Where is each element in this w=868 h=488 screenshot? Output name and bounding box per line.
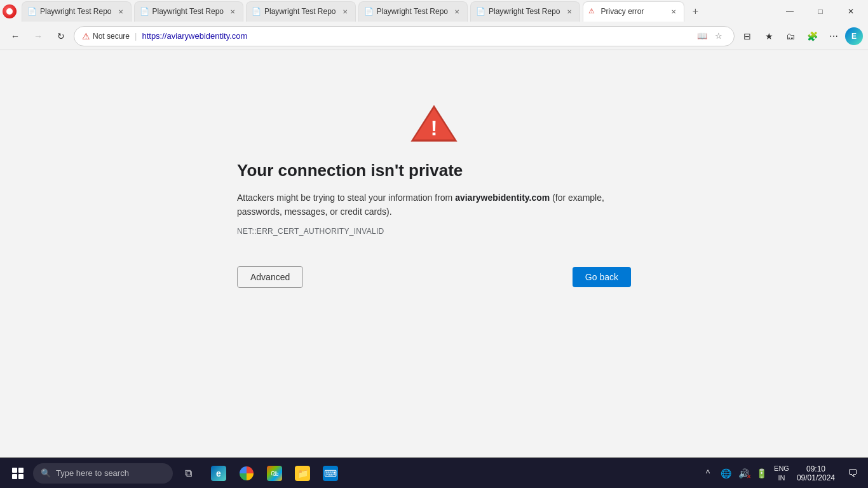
battery-icon[interactable]: 🔋: [754, 466, 769, 481]
tab-2[interactable]: 📄 Playwright Test Repo ✕: [134, 1, 244, 22]
svg-text:!: !: [430, 116, 437, 140]
error-title: Your connection isn't private: [237, 161, 463, 180]
button-row: Advanced Go back: [237, 266, 631, 288]
forward-button[interactable]: →: [28, 26, 48, 46]
warning-triangle: !: [409, 101, 459, 146]
tab-1[interactable]: 📄 Playwright Test Repo ✕: [22, 1, 132, 22]
tab-3-favicon: 📄: [252, 7, 261, 16]
clock-date: 09/01/2024: [797, 473, 835, 482]
tab-2-label: Playwright Test Repo: [153, 7, 224, 16]
language-region: IN: [778, 473, 785, 482]
tab-2-favicon: 📄: [140, 7, 149, 16]
tab-5-favicon: 📄: [476, 7, 485, 16]
start-button[interactable]: [5, 461, 31, 486]
tab-6-close[interactable]: ✕: [668, 6, 679, 17]
error-description: Attackers might be trying to steal your …: [237, 191, 631, 219]
network-icon[interactable]: 🌐: [718, 466, 733, 481]
not-secure-indicator: ⚠ Not secure: [82, 31, 130, 41]
taskbar-explorer[interactable]: 📁: [290, 461, 315, 486]
tab-3[interactable]: 📄 Playwright Test Repo ✕: [246, 1, 356, 22]
taskbar-right: ^ 🌐 🔊 ✕ 🔋 ENG IN 09:10 09/01/2024 🗨: [700, 463, 863, 484]
refresh-button[interactable]: ↻: [51, 26, 71, 46]
minimize-button[interactable]: —: [775, 1, 804, 22]
tab-5[interactable]: 📄 Playwright Test Repo ✕: [470, 1, 580, 22]
collections-icon[interactable]: 🗂: [780, 26, 801, 46]
tab-2-close[interactable]: ✕: [227, 6, 238, 17]
task-view-icon: ⧉: [185, 468, 192, 479]
tab-1-favicon: 📄: [27, 7, 36, 16]
chrome-like-icon: [240, 466, 254, 480]
favorites-icon[interactable]: ☆: [711, 29, 726, 44]
tab-6-active[interactable]: ⚠ Privacy error ✕: [583, 1, 684, 22]
tab-4-close[interactable]: ✕: [452, 6, 462, 17]
favorites-nav-icon[interactable]: ★: [759, 26, 779, 46]
tab-1-close[interactable]: ✕: [116, 6, 126, 17]
reader-mode-icon[interactable]: 📖: [695, 29, 710, 44]
tab-5-label: Playwright Test Repo: [489, 7, 560, 16]
back-button[interactable]: ←: [5, 26, 25, 46]
clock[interactable]: 09:10 09/01/2024: [794, 464, 837, 482]
not-secure-label: Not secure: [93, 32, 130, 41]
browser-frame: 📄 Playwright Test Repo ✕ 📄 Playwright Te…: [0, 0, 868, 488]
go-back-button[interactable]: Go back: [573, 267, 631, 287]
error-code: NET::ERR_CERT_AUTHORITY_INVALID: [237, 227, 384, 236]
title-bar-left: 📄 Playwright Test Repo ✕ 📄 Playwright Te…: [3, 1, 775, 22]
title-bar: 📄 Playwright Test Repo ✕ 📄 Playwright Te…: [0, 0, 868, 22]
error-domain: aviarywebidentity.com: [455, 193, 550, 203]
new-tab-button[interactable]: +: [687, 3, 705, 20]
close-button[interactable]: ✕: [836, 1, 865, 22]
notification-button[interactable]: 🗨: [843, 463, 863, 484]
address-separator: |: [135, 31, 137, 41]
taskbar: 🔍 Type here to search ⧉ e 🛍 📁 ⌨ ^ 🌐: [0, 458, 868, 488]
taskbar-search-placeholder: Type here to search: [56, 468, 129, 478]
taskbar-edge[interactable]: e: [206, 461, 231, 486]
extensions-icon[interactable]: 🧩: [802, 26, 822, 46]
tab-3-close[interactable]: ✕: [340, 6, 350, 17]
tab-5-close[interactable]: ✕: [564, 6, 574, 17]
task-view-button[interactable]: ⧉: [175, 461, 201, 486]
tab-6-label: Privacy error: [601, 7, 665, 16]
nav-bar: ← → ↻ ⚠ Not secure | https://aviarywebid…: [0, 22, 868, 50]
windows-logo: [12, 468, 24, 479]
edge-copilot-icon[interactable]: E: [845, 27, 863, 45]
taskbar-store[interactable]: 🛍: [262, 461, 287, 486]
taskbar-apps: e 🛍 📁 ⌨: [206, 461, 343, 486]
error-description-prefix: Attackers might be trying to steal your …: [237, 193, 455, 203]
vscode-icon: ⌨: [323, 466, 338, 481]
maximize-button[interactable]: □: [806, 1, 835, 22]
url-display: https://aviarywebidentity.com: [142, 31, 247, 41]
tab-6-favicon: ⚠: [588, 7, 597, 16]
taskbar-chrome-like[interactable]: [234, 461, 259, 486]
speaker-icon[interactable]: 🔊 ✕: [736, 466, 751, 481]
taskbar-vscode[interactable]: ⌨: [318, 461, 343, 486]
profile-icon[interactable]: [3, 4, 17, 18]
language-indicator[interactable]: ENG IN: [774, 464, 789, 482]
nav-right-icons: ⊟ ★ 🗂 🧩 ⋯ E: [737, 26, 863, 46]
chevron-icon[interactable]: ^: [700, 466, 715, 481]
error-container: ! Your connection isn't private Attacker…: [237, 101, 631, 288]
tab-4-favicon: 📄: [364, 7, 373, 16]
clock-time: 09:10: [806, 464, 825, 473]
tab-3-label: Playwright Test Repo: [264, 7, 336, 16]
split-screen-icon[interactable]: ⊟: [737, 26, 757, 46]
tab-4[interactable]: 📄 Playwright Test Repo ✕: [358, 1, 468, 22]
settings-icon[interactable]: ⋯: [824, 26, 844, 46]
edge-icon: e: [211, 466, 226, 481]
tab-4-label: Playwright Test Repo: [377, 7, 449, 16]
address-right-icons: 📖 ☆: [695, 29, 726, 44]
taskbar-search-icon: 🔍: [41, 468, 51, 478]
address-bar[interactable]: ⚠ Not secure | https://aviarywebidentity…: [74, 26, 735, 46]
system-icons: ^ 🌐 🔊 ✕ 🔋: [700, 466, 769, 481]
store-icon: 🛍: [267, 466, 282, 481]
page-content: ! Your connection isn't private Attacker…: [0, 50, 868, 488]
warning-icon: ⚠: [82, 31, 90, 41]
tab-1-label: Playwright Test Repo: [40, 7, 112, 16]
taskbar-search[interactable]: 🔍 Type here to search: [33, 463, 173, 484]
window-controls: — □ ✕: [775, 1, 865, 22]
explorer-icon: 📁: [295, 466, 310, 481]
language-lang: ENG: [774, 464, 789, 473]
advanced-button[interactable]: Advanced: [237, 266, 303, 288]
